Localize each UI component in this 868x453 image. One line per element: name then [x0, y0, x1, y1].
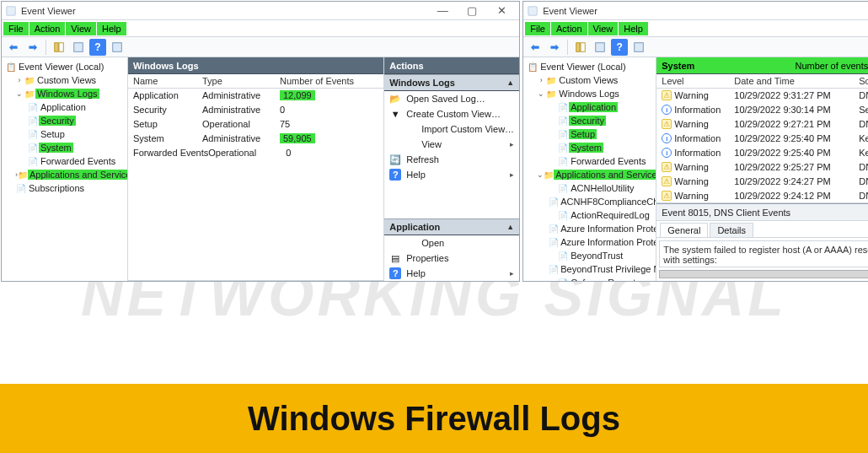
tree-item[interactable]: 📄Azure Information Prote — [525, 222, 654, 235]
tree-item[interactable]: 📄BeyondTrust — [525, 249, 654, 262]
action-label: Open — [421, 238, 444, 248]
table-row[interactable]: Warning10/29/2022 9:31:27 PMDNS Cli… — [656, 89, 868, 103]
show-hide-button[interactable] — [572, 39, 589, 56]
menubar: File Action View Help — [523, 20, 868, 37]
tree-forwarded[interactable]: 📄Forwarded Events — [3, 154, 126, 168]
maximize-button[interactable]: ▢ — [458, 3, 486, 19]
action-item[interactable]: Open — [384, 235, 519, 251]
col-source[interactable]: Source — [859, 76, 868, 86]
tree-root[interactable]: 📋Event Viewer (Local) — [525, 60, 654, 73]
tree-windows-logs[interactable]: ⌄📁Windows Logs — [3, 87, 126, 100]
menu-action[interactable]: Action — [551, 22, 587, 35]
action-item[interactable]: Import Custom View… — [384, 121, 519, 137]
svg-rect-5 — [528, 6, 538, 15]
tree-custom-views[interactable]: ›📁Custom Views — [3, 73, 126, 87]
tree-item[interactable]: ⌄📁Applications and Services Lo — [525, 168, 654, 181]
tree-item[interactable]: 📄Cofense Reporter — [525, 276, 654, 281]
close-button[interactable]: ✕ — [487, 3, 516, 19]
tree-application[interactable]: 📄Application — [3, 100, 126, 114]
properties-button[interactable] — [592, 39, 608, 56]
forward-button[interactable]: ➡ — [24, 39, 41, 56]
refresh-button[interactable] — [630, 39, 647, 56]
svg-rect-9 — [635, 42, 644, 51]
tree-item[interactable]: 📄Application — [525, 100, 654, 114]
forward-button[interactable]: ➡ — [546, 39, 563, 56]
help-button[interactable]: ? — [611, 39, 628, 56]
tree-item[interactable]: ›📁Custom Views — [525, 73, 654, 87]
horizontal-scrollbar[interactable] — [659, 270, 868, 278]
table-row[interactable]: Information10/29/2022 9:25:40 PMKernel-… — [656, 146, 868, 160]
tree-item[interactable]: 📄BeyondTrust Privilege M — [525, 262, 654, 276]
refresh-button[interactable] — [109, 39, 126, 56]
tree-subscriptions[interactable]: 📄Subscriptions — [3, 181, 126, 195]
col-type[interactable]: Type — [202, 76, 280, 86]
tree-apps-services[interactable]: ›📁Applications and Services Logs — [3, 168, 126, 181]
properties-button[interactable] — [70, 39, 87, 56]
menu-file[interactable]: File — [3, 22, 29, 35]
logs-table[interactable]: Name Type Number of Events ApplicationAd… — [128, 74, 383, 281]
tab-general[interactable]: General — [660, 223, 708, 237]
back-button[interactable]: ⬅ — [527, 39, 544, 56]
tree-item[interactable]: 📄Setup — [525, 127, 654, 141]
tree-item[interactable]: 📄Forwarded Events — [525, 154, 654, 168]
window-title: Event Viewer — [21, 6, 428, 16]
table-row[interactable]: Warning10/29/2022 9:25:27 PMDNS Cli… — [656, 160, 868, 175]
tree-item[interactable]: ⌄📁Windows Logs — [525, 87, 654, 100]
menu-action[interactable]: Action — [29, 22, 66, 35]
table-row[interactable]: Information10/29/2022 9:25:40 PMKernel-… — [656, 132, 868, 146]
action-item[interactable]: ?Help▸ — [384, 167, 519, 182]
nav-tree[interactable]: 📋Event Viewer (Local) ›📁Custom Views ⌄📁W… — [2, 57, 128, 281]
svg-rect-0 — [7, 6, 16, 15]
svg-rect-8 — [596, 42, 605, 51]
titlebar[interactable]: Event Viewer — ▢ ✕ — [2, 2, 519, 20]
col-level[interactable]: Level — [662, 76, 734, 86]
tree-item[interactable]: 📄Azure Information Prote — [525, 235, 654, 249]
col-datetime[interactable]: Date and Time — [734, 76, 859, 86]
table-row[interactable]: Forwarded EventsOperational0 — [128, 146, 383, 160]
col-num[interactable]: Number of Events — [280, 76, 372, 86]
table-row[interactable]: SetupOperational75 — [128, 117, 383, 132]
table-row[interactable]: Warning10/29/2022 9:24:12 PMDNS Cli… — [656, 189, 868, 203]
tree-system[interactable]: 📄System — [3, 141, 126, 154]
help-button[interactable]: ? — [89, 39, 106, 56]
tree-item[interactable]: 📄System — [525, 141, 654, 154]
toolbar: ⬅ ➡ ? — [523, 37, 868, 57]
tree-item[interactable]: 📄Security — [525, 114, 654, 127]
titlebar[interactable]: Event Viewer — ▢ ✕ — [523, 2, 868, 20]
action-label: Open Saved Log… — [406, 94, 485, 104]
menu-file[interactable]: File — [525, 22, 550, 35]
tab-details[interactable]: Details — [710, 223, 753, 237]
table-row[interactable]: Warning10/29/2022 9:27:21 PMDNS Cli… — [656, 117, 868, 132]
tree-root[interactable]: 📋Event Viewer (Local) — [3, 60, 126, 73]
actions-header: Actions — [384, 57, 519, 74]
menu-view[interactable]: View — [66, 22, 96, 35]
menu-view[interactable]: View — [588, 22, 619, 35]
show-hide-button[interactable] — [51, 39, 67, 56]
action-item[interactable]: ?Help▸ — [384, 266, 519, 281]
action-item[interactable]: View▸ — [384, 137, 519, 152]
caption-bar: Windows Firewall Logs — [0, 384, 868, 453]
tree-security[interactable]: 📄Security — [3, 114, 126, 127]
col-name[interactable]: Name — [133, 76, 202, 86]
table-row[interactable]: ApplicationAdministrative12,099 — [128, 89, 383, 103]
info-icon — [662, 105, 672, 115]
menu-help[interactable]: Help — [619, 22, 648, 35]
tree-item[interactable]: 📄ActionRequiredLog — [525, 208, 654, 222]
tree-item[interactable]: 📄ACNHF8ComplianceChe — [525, 195, 654, 208]
refresh-icon: 🔄 — [389, 154, 401, 165]
minimize-button[interactable]: — — [428, 3, 457, 19]
action-item[interactable]: ▼Create Custom View… — [384, 106, 519, 121]
table-row[interactable]: SystemAdministrative59,905 — [128, 132, 383, 146]
back-button[interactable]: ⬅ — [5, 39, 22, 56]
tree-item[interactable]: 📄ACNHelloUtility — [525, 181, 654, 195]
table-row[interactable]: SecurityAdministrative0 — [128, 103, 383, 117]
nav-tree[interactable]: 📋Event Viewer (Local) ›📁Custom Views⌄📁Wi… — [523, 57, 656, 281]
table-row[interactable]: Warning10/29/2022 9:24:27 PMDNS Cli… — [656, 175, 868, 189]
tree-setup[interactable]: 📄Setup — [3, 127, 126, 141]
action-item[interactable]: 📂Open Saved Log… — [384, 91, 519, 106]
events-table[interactable]: Level Date and Time Source Warning10/29/… — [656, 74, 868, 203]
action-item[interactable]: 🔄Refresh — [384, 152, 519, 167]
table-row[interactable]: Information10/29/2022 9:30:14 PMService … — [656, 103, 868, 117]
action-item[interactable]: ▤Properties — [384, 251, 519, 266]
menu-help[interactable]: Help — [97, 22, 126, 35]
